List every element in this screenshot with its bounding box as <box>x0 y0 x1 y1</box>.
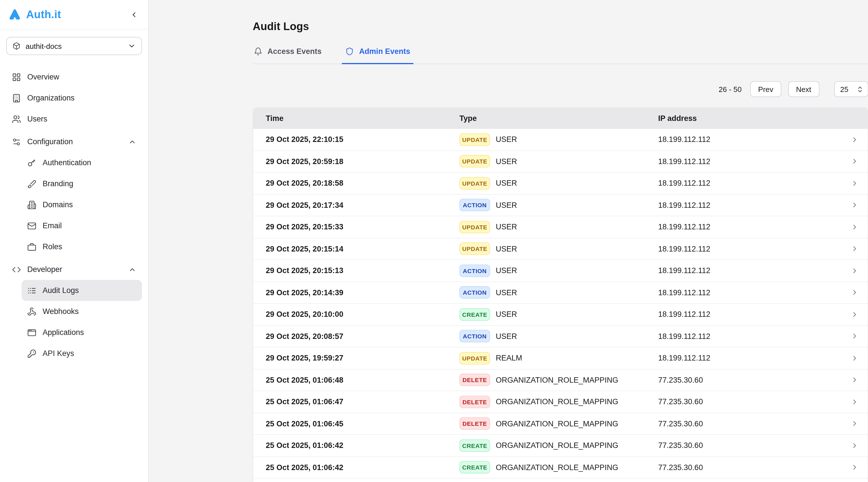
cell-time: 29 Oct 2025, 20:15:33 <box>266 223 459 231</box>
chevron-right-icon[interactable] <box>841 332 867 340</box>
chevron-right-icon[interactable] <box>841 180 867 187</box>
chevron-down-icon <box>128 42 136 50</box>
brand-logo-icon <box>8 8 22 21</box>
table-row[interactable]: 29 Oct 2025, 20:14:39 ACTIONUSER 18.199.… <box>253 281 867 303</box>
table-row[interactable]: 29 Oct 2025, 20:10:00 CREATEUSER 18.199.… <box>253 303 867 325</box>
cell-ip: 18.199.112.112 <box>658 135 841 144</box>
chevron-right-icon[interactable] <box>841 442 867 450</box>
next-button[interactable]: Next <box>788 81 819 97</box>
table-row[interactable]: 29 Oct 2025, 20:15:13 ACTIONUSER 18.199.… <box>253 259 867 281</box>
cell-time: 29 Oct 2025, 20:10:00 <box>266 310 459 319</box>
cell-ip: 77.235.30.60 <box>658 376 841 384</box>
project-name: authit-docs <box>26 42 123 50</box>
table-row[interactable]: 25 Oct 2025, 01:06:42 CREATEORGANIZATION… <box>253 478 867 482</box>
column-header-ip: IP address <box>658 114 841 123</box>
chevron-right-icon[interactable] <box>841 311 867 319</box>
page-title: Audit Logs <box>253 21 868 33</box>
table-row[interactable]: 29 Oct 2025, 22:10:15 UPDATEUSER 18.199.… <box>253 129 867 150</box>
chevron-right-icon[interactable] <box>841 420 867 428</box>
brand-name: Auth.it <box>26 8 61 21</box>
event-type-badge: CREATE <box>459 440 490 452</box>
cell-type: ACTIONUSER <box>459 199 658 212</box>
sidebar-item-authentication[interactable]: Authentication <box>22 152 142 173</box>
cell-ip: 18.199.112.112 <box>658 332 841 341</box>
app-root: Auth.it authit-docs Overview Organizatio… <box>0 0 868 482</box>
chevron-right-icon[interactable] <box>841 223 867 231</box>
tab-admin-events[interactable]: Admin Events <box>344 47 411 64</box>
chevron-right-icon[interactable] <box>841 354 867 362</box>
cell-type: UPDATEUSER <box>459 243 658 255</box>
sidebar-item-users[interactable]: Users <box>6 108 142 129</box>
prev-button[interactable]: Prev <box>750 81 781 97</box>
tab-bar: Access Events Admin Events <box>253 47 868 64</box>
sidebar-item-domains[interactable]: Domains <box>22 194 142 215</box>
brush-icon <box>27 179 36 188</box>
sidebar-item-branding[interactable]: Branding <box>22 173 142 194</box>
chevron-right-icon[interactable] <box>841 136 867 143</box>
resource-type: USER <box>496 266 517 275</box>
chevron-right-icon[interactable] <box>841 267 867 275</box>
cell-type: UPDATEREALM <box>459 352 658 364</box>
tab-label: Admin Events <box>359 47 410 56</box>
table-row[interactable]: 25 Oct 2025, 01:06:45 DELETEORGANIZATION… <box>253 413 867 434</box>
table-row[interactable]: 29 Oct 2025, 20:15:33 UPDATEUSER 18.199.… <box>253 216 867 237</box>
bell-icon <box>254 47 262 56</box>
table-row[interactable]: 25 Oct 2025, 01:06:47 DELETEORGANIZATION… <box>253 391 867 413</box>
sidebar-item-roles[interactable]: Roles <box>22 236 142 257</box>
sidebar-item-webhooks[interactable]: Webhooks <box>22 301 142 322</box>
chevron-right-icon[interactable] <box>841 463 867 472</box>
chevron-right-icon[interactable] <box>841 245 867 253</box>
sidebar-item-email[interactable]: Email <box>22 215 142 236</box>
cell-time: 25 Oct 2025, 01:06:42 <box>266 441 459 450</box>
webhook-icon <box>27 307 36 316</box>
app-window-icon <box>27 328 36 337</box>
page-size-value: 25 <box>840 85 848 93</box>
chevron-right-icon[interactable] <box>841 201 867 209</box>
resource-type: USER <box>496 135 517 144</box>
sidebar-collapse-button[interactable] <box>128 8 140 21</box>
sidebar-item-api-keys[interactable]: API Keys <box>22 343 142 364</box>
event-type-badge: UPDATE <box>459 352 490 364</box>
resource-type: ORGANIZATION_ROLE_MAPPING <box>496 441 618 450</box>
sidebar-item-audit-logs[interactable]: Audit Logs <box>22 280 142 301</box>
table-row[interactable]: 29 Oct 2025, 20:08:57 ACTIONUSER 18.199.… <box>253 325 867 347</box>
sidebar-item-overview[interactable]: Overview <box>6 66 142 88</box>
event-type-badge: DELETE <box>459 418 490 430</box>
event-type-badge: ACTION <box>459 199 490 212</box>
table-row[interactable]: 29 Oct 2025, 20:17:34 ACTIONUSER 18.199.… <box>253 194 867 216</box>
table-header: Time Type IP address <box>253 108 867 129</box>
brand[interactable]: Auth.it <box>8 8 61 21</box>
chevron-right-icon[interactable] <box>841 158 867 165</box>
table-row[interactable]: 29 Oct 2025, 20:15:14 UPDATEUSER 18.199.… <box>253 237 867 259</box>
resource-type: USER <box>496 179 517 188</box>
table-row[interactable]: 25 Oct 2025, 01:06:48 DELETEORGANIZATION… <box>253 369 867 391</box>
cell-type: UPDATEUSER <box>459 221 658 233</box>
chevron-right-icon[interactable] <box>841 289 867 297</box>
table-row[interactable]: 29 Oct 2025, 20:59:18 UPDATEUSER 18.199.… <box>253 150 867 172</box>
event-type-badge: UPDATE <box>459 177 490 190</box>
cell-type: UPDATEUSER <box>459 133 658 146</box>
tab-access-events[interactable]: Access Events <box>253 47 323 64</box>
table-row[interactable]: 29 Oct 2025, 20:18:58 UPDATEUSER 18.199.… <box>253 172 867 194</box>
sidebar-item-organizations[interactable]: Organizations <box>6 88 142 108</box>
event-type-badge: DELETE <box>459 396 490 408</box>
event-type-badge: UPDATE <box>459 155 490 168</box>
pagination-toolbar: 26 - 50 Prev Next 25 <box>253 81 868 97</box>
table-row[interactable]: 29 Oct 2025, 19:59:27 UPDATEREALM 18.199… <box>253 347 867 369</box>
table-row[interactable]: 25 Oct 2025, 01:06:42 CREATEORGANIZATION… <box>253 434 867 456</box>
sidebar-item-configuration[interactable]: Configuration <box>6 131 142 152</box>
table-row[interactable]: 25 Oct 2025, 01:06:42 CREATEORGANIZATION… <box>253 456 867 478</box>
cell-ip: 18.199.112.112 <box>658 354 841 362</box>
chevron-right-icon[interactable] <box>841 398 867 406</box>
resource-type: USER <box>496 332 517 341</box>
cell-ip: 18.199.112.112 <box>658 223 841 231</box>
cell-time: 29 Oct 2025, 20:15:13 <box>266 266 459 275</box>
chevron-right-icon[interactable] <box>841 376 867 384</box>
sidebar-item-developer[interactable]: Developer <box>6 259 142 280</box>
project-selector[interactable]: authit-docs <box>6 37 142 55</box>
sidebar-item-applications[interactable]: Applications <box>22 322 142 343</box>
resource-type: USER <box>496 245 517 253</box>
cell-type: ACTIONUSER <box>459 286 658 299</box>
page-size-select[interactable]: 25 <box>834 81 868 97</box>
tab-label: Access Events <box>268 47 322 56</box>
